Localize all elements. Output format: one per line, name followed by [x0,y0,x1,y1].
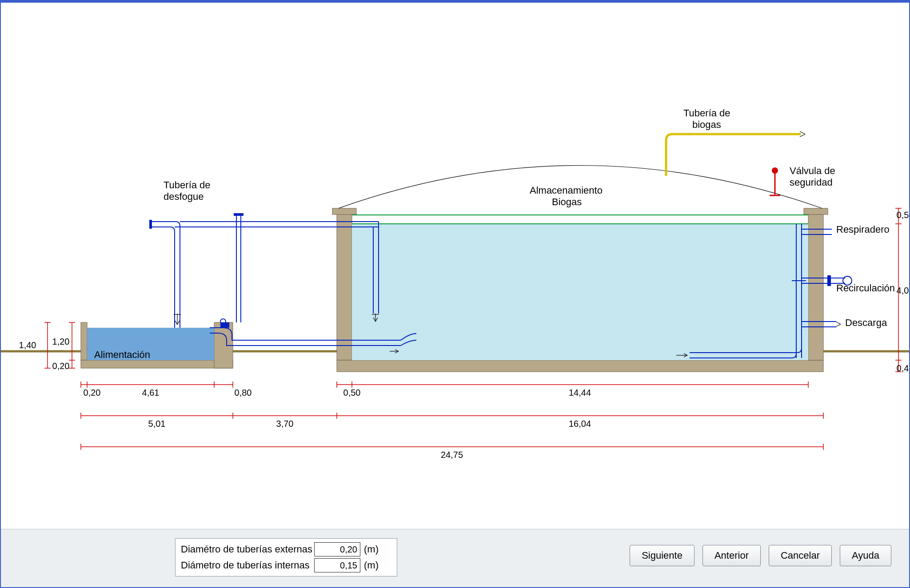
label-desfogue-1: Tubería de [164,179,211,191]
label-valvula-1: Válvula de [790,165,835,176]
svg-text:14,44: 14,44 [569,388,591,397]
svg-text:0,20: 0,20 [84,388,101,397]
svg-rect-8 [804,208,828,215]
svg-rect-24 [827,275,831,286]
svg-rect-0 [81,322,87,360]
svg-rect-1 [81,360,233,368]
label-almacen-1: Almacenamiento [530,185,603,196]
label-biogas-2: biogas [692,119,721,130]
app-frame: Tubería de desfogue Tubería de biogas Vá… [0,0,910,588]
label-valvula-2: seguridad [790,177,833,188]
svg-text:16,04: 16,04 [569,419,591,429]
svg-text:0,80: 0,80 [235,388,252,397]
dim-row3: 24,75 [81,444,823,460]
svg-text:3,70: 3,70 [276,419,294,429]
digester-liquid [352,224,808,360]
svg-rect-4 [337,211,352,360]
diagram-canvas: Tubería de desfogue Tubería de biogas Vá… [1,3,909,529]
bottom-toolbar: Diamétro de tuberías externas (m) Diámet… [1,529,909,587]
svg-rect-5 [337,360,823,372]
label-descarga: Descarga [845,317,887,328]
unit-label-2: (m) [364,560,379,571]
biogas-pipe [666,131,805,176]
unit-label-1: (m) [364,544,379,555]
biodigester-diagram: Tubería de desfogue Tubería de biogas Vá… [1,3,910,533]
support-post [234,213,243,322]
ext-diameter-label: Diamétro de tuberías externas [181,544,314,555]
cancelar-button[interactable]: Cancelar [769,545,832,566]
svg-text:1,20: 1,20 [52,337,70,346]
svg-text:0,40: 0,40 [897,363,910,373]
svg-rect-12 [149,220,152,229]
parameters-panel: Diamétro de tuberías externas (m) Diámet… [175,538,397,576]
svg-rect-7 [332,208,356,215]
safety-valve [770,167,780,195]
int-diameter-label: Diámetro de tuberías internas [181,560,314,571]
svg-text:1,40: 1,40 [19,340,36,350]
svg-text:0,20: 0,20 [52,361,70,371]
dim-left-heights: 1,40 1,20 0,20 [19,322,75,371]
label-biogas-1: Tubería de [683,107,730,119]
svg-text:24,75: 24,75 [441,450,463,460]
svg-rect-15 [234,213,243,216]
ext-diameter-input[interactable] [314,542,360,556]
anterior-button[interactable]: Anterior [702,545,761,566]
svg-rect-6 [808,211,823,360]
svg-text:0,50: 0,50 [897,210,910,220]
svg-text:4,00: 4,00 [897,286,910,295]
svg-text:0,50: 0,50 [343,388,361,397]
label-almacen-2: Biogas [552,196,582,207]
siguiente-button[interactable]: Siguiente [630,545,694,566]
label-desfogue-2: desfogue [164,191,204,202]
dim-right-heights: 0,50 4,00 0,40 [895,208,910,373]
label-recirc: Recirculación [836,282,895,294]
ayuda-button[interactable]: Ayuda [840,545,891,566]
button-row: Siguiente Anterior Cancelar Ayuda [630,545,891,566]
svg-text:4,61: 4,61 [142,388,160,397]
label-alimentacion: Alimentación [94,349,150,360]
svg-point-10 [772,167,778,174]
int-diameter-input[interactable] [314,558,360,572]
dim-row2: 5,01 3,70 16,04 [81,413,823,429]
svg-text:5,01: 5,01 [148,419,166,429]
label-respiradero: Respiradero [836,224,890,235]
dim-row1: 0,20 4,61 0,80 0,50 14,44 [81,381,808,397]
